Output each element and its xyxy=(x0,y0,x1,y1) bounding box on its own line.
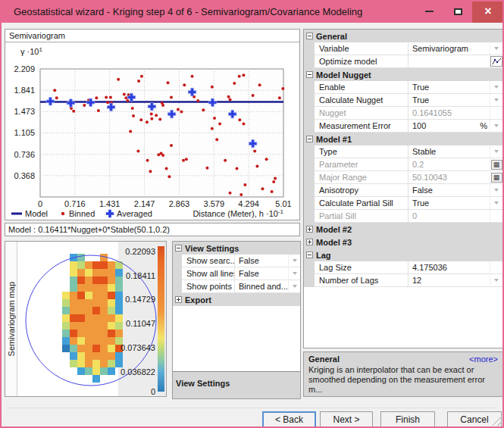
dropdown-arrow-icon[interactable] xyxy=(494,279,499,282)
binned-point[interactable] xyxy=(105,95,108,98)
binned-point[interactable] xyxy=(218,123,221,126)
expand-icon[interactable] xyxy=(306,226,313,233)
binned-point[interactable] xyxy=(191,75,194,78)
binned-point[interactable] xyxy=(278,96,281,99)
property-row[interactable]: Nugget0.1641055 xyxy=(304,107,502,120)
dropdown-arrow-icon[interactable] xyxy=(293,259,297,262)
binned-point[interactable] xyxy=(55,96,58,99)
binned-point[interactable] xyxy=(274,177,277,180)
expand-icon[interactable] xyxy=(175,296,182,303)
binned-point[interactable] xyxy=(215,138,218,141)
binned-point[interactable] xyxy=(182,159,185,162)
binned-point[interactable] xyxy=(211,86,214,89)
binned-point[interactable] xyxy=(150,117,153,120)
binned-point[interactable] xyxy=(155,114,158,117)
binned-point[interactable] xyxy=(140,75,143,78)
property-row[interactable]: EnableTrue xyxy=(304,81,502,94)
binned-point[interactable] xyxy=(137,80,140,83)
binned-point[interactable] xyxy=(150,113,153,116)
binned-point[interactable] xyxy=(146,159,149,162)
binned-point[interactable] xyxy=(124,96,127,99)
category-row[interactable]: Model Nugget xyxy=(304,68,502,81)
binned-point[interactable] xyxy=(255,164,258,167)
binned-point[interactable] xyxy=(271,190,274,193)
property-value[interactable]: 4.175036 xyxy=(409,261,490,274)
expand-icon[interactable] xyxy=(306,239,313,245)
calculator-button[interactable]: ▦ xyxy=(491,160,502,170)
binned-point[interactable] xyxy=(238,118,241,121)
dropdown-arrow-icon[interactable] xyxy=(494,189,499,192)
binned-point[interactable] xyxy=(261,187,264,190)
binned-point[interactable] xyxy=(161,154,164,157)
binned-point[interactable] xyxy=(139,118,142,121)
property-row[interactable]: AnisotropyFalse xyxy=(304,184,502,197)
finish-button[interactable]: Finish xyxy=(380,411,435,428)
dropdown-arrow-icon[interactable] xyxy=(494,98,499,102)
collapse-icon[interactable] xyxy=(306,136,313,142)
binned-point[interactable] xyxy=(185,158,188,161)
binned-point[interactable] xyxy=(95,96,98,99)
category-row[interactable]: Model #1 xyxy=(304,133,502,145)
binned-point[interactable] xyxy=(165,167,168,170)
binned-point[interactable] xyxy=(83,104,86,107)
property-value[interactable]: True xyxy=(409,81,490,94)
minimize-button[interactable] xyxy=(415,0,443,23)
binned-point[interactable] xyxy=(167,175,171,178)
property-value[interactable]: 12 xyxy=(409,274,490,287)
binned-point[interactable] xyxy=(180,111,183,114)
dropdown-arrow-icon[interactable] xyxy=(494,47,499,50)
binned-point[interactable] xyxy=(170,95,173,98)
property-row[interactable]: Calculate NuggetTrue xyxy=(304,94,502,107)
calculator-button[interactable]: ▦ xyxy=(491,173,502,183)
binned-point[interactable] xyxy=(242,73,245,77)
property-row[interactable]: TypeStable xyxy=(304,145,502,158)
binned-point[interactable] xyxy=(258,83,261,86)
binned-point[interactable] xyxy=(239,193,243,196)
property-value[interactable]: 100% xyxy=(409,120,490,133)
property-value[interactable]: 0 xyxy=(409,210,490,223)
property-row[interactable]: Optimize model xyxy=(304,55,502,68)
property-row[interactable]: Partial Sill0 xyxy=(304,210,502,223)
more-link[interactable]: <more> xyxy=(469,355,498,364)
property-value[interactable]: False xyxy=(235,267,288,280)
category-row[interactable]: Export xyxy=(173,293,300,306)
dropdown-arrow-icon[interactable] xyxy=(494,86,499,89)
property-value[interactable]: Semivariogram xyxy=(409,42,490,55)
category-row[interactable]: Lag xyxy=(304,248,502,261)
binned-point[interactable] xyxy=(224,159,227,162)
binned-point[interactable] xyxy=(235,167,238,170)
dropdown-arrow-icon[interactable] xyxy=(494,202,499,205)
collapse-icon[interactable] xyxy=(306,71,313,78)
binned-point[interactable] xyxy=(109,95,112,98)
close-button[interactable]: × xyxy=(472,0,504,23)
binned-point[interactable] xyxy=(126,99,129,102)
binned-point[interactable] xyxy=(53,89,56,92)
next-button[interactable]: Next > xyxy=(320,411,373,428)
binned-point[interactable] xyxy=(265,158,268,161)
property-value[interactable]: Stable xyxy=(409,145,490,158)
binned-point[interactable] xyxy=(129,130,132,133)
binned-point[interactable] xyxy=(196,99,199,102)
property-row[interactable]: Number of Lags12 xyxy=(304,274,502,287)
binned-point[interactable] xyxy=(233,82,236,85)
property-row[interactable]: Calculate Partial SillTrue xyxy=(304,197,502,210)
binned-point[interactable] xyxy=(227,95,230,98)
category-row[interactable]: View Settings xyxy=(173,242,300,255)
collapse-icon[interactable] xyxy=(306,33,313,39)
property-value[interactable]: True xyxy=(409,197,490,210)
optimize-model-button[interactable] xyxy=(490,56,502,67)
property-value[interactable]: False xyxy=(235,255,288,267)
property-row[interactable]: Parameter0.2▦ xyxy=(304,158,502,171)
property-row[interactable]: Show pointsBinned and... xyxy=(173,280,300,293)
binned-point[interactable] xyxy=(238,75,241,78)
binned-point[interactable] xyxy=(211,127,214,130)
binned-point[interactable] xyxy=(72,110,75,113)
binned-point[interactable] xyxy=(170,144,173,147)
dropdown-arrow-icon[interactable] xyxy=(494,124,499,127)
binned-point[interactable] xyxy=(106,101,109,104)
binned-point[interactable] xyxy=(183,83,186,86)
binned-point[interactable] xyxy=(272,180,275,183)
binned-point[interactable] xyxy=(131,107,134,110)
property-value[interactable]: False xyxy=(409,184,490,197)
binned-point[interactable] xyxy=(158,117,161,120)
